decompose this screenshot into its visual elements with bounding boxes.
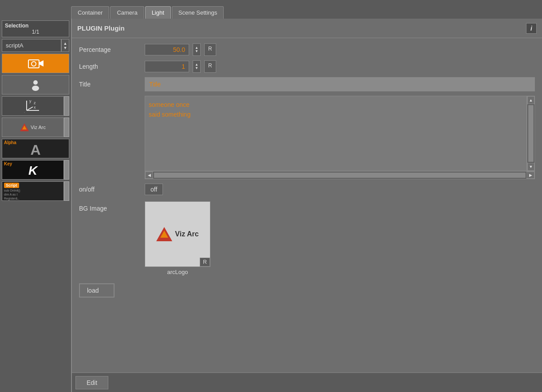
svg-line-7 (27, 107, 33, 110)
camera-icon-btn[interactable] (2, 54, 69, 73)
viz-arc-icon-btn[interactable]: Viz Arc (2, 118, 64, 137)
svg-point-3 (33, 80, 38, 85)
bg-image-filename: arcLogo (167, 269, 188, 275)
onoff-button[interactable]: off (145, 184, 163, 195)
bg-image-preview: Viz Arc R (145, 201, 210, 267)
length-reset-btn[interactable]: R (204, 60, 216, 73)
svg-text:y: y (29, 99, 32, 103)
load-button[interactable]: load (79, 283, 115, 298)
tab-camera[interactable]: Camera (110, 6, 144, 19)
text-content-area[interactable]: someone once said something (145, 96, 527, 171)
alpha-badge: Alpha (4, 140, 16, 145)
bg-image-name-text: Viz Arc (175, 230, 198, 238)
length-label: Length (79, 63, 141, 70)
percentage-reset-btn[interactable]: R (204, 43, 216, 56)
script-scroll[interactable] (64, 181, 69, 201)
selection-label: Selection (5, 23, 66, 29)
length-input[interactable] (145, 61, 189, 72)
title-input[interactable] (145, 77, 535, 91)
text-scroll-up[interactable]: ▲ (527, 96, 534, 104)
tab-scene-settings[interactable]: Scene Settings (172, 6, 224, 19)
viz-arc-scroll[interactable] (64, 118, 69, 137)
text-scroll-left[interactable]: ◀ (145, 172, 153, 179)
person-icon-btn[interactable] (2, 75, 69, 94)
script-icon-btn[interactable]: Script sub OnInit()dim A as IRegister&..… (2, 181, 64, 201)
script-lines: sub OnInit()dim A as IRegister&..end sub (4, 188, 20, 201)
key-scroll[interactable] (64, 160, 69, 180)
key-icon-btn[interactable]: Key K (2, 160, 64, 180)
svg-text:z: z (34, 101, 36, 105)
text-scroll-thumb[interactable] (528, 105, 534, 162)
edit-button[interactable]: Edit (75, 376, 108, 389)
text-scroll-down[interactable]: ▼ (527, 163, 534, 171)
plugin-title: PLUGIN Plugin (77, 24, 125, 32)
svg-text:-: - (24, 110, 25, 114)
selection-count: 1/1 (5, 29, 66, 35)
bg-image-label: BG Image (79, 201, 141, 212)
axes-scroll[interactable] (64, 96, 69, 116)
alpha-icon-btn[interactable]: Alpha A (2, 139, 69, 158)
bg-image-reset-btn[interactable]: R (200, 258, 210, 267)
info-button[interactable]: i (526, 23, 537, 34)
length-spinner[interactable]: ▲ ▼ (193, 60, 201, 73)
percentage-input[interactable] (145, 44, 189, 55)
length-down-arrow: ▼ (195, 67, 198, 70)
script-badge: Script (4, 183, 19, 188)
tab-container[interactable]: Container (71, 6, 109, 19)
svg-point-2 (32, 62, 36, 66)
script-label: scriptA (2, 39, 61, 52)
viz-arc-label: Viz Arc (31, 125, 46, 130)
svg-rect-0 (28, 60, 39, 68)
onoff-label: on/off (79, 186, 141, 193)
alpha-a-letter: A (30, 142, 40, 158)
percentage-label: Percentage (79, 46, 141, 53)
svg-marker-1 (39, 60, 44, 67)
axes-svg: x y z - (23, 98, 43, 114)
key-k-letter: K (28, 164, 37, 178)
camera-svg (27, 57, 44, 70)
svg-point-4 (32, 86, 39, 91)
title-label: Title (79, 81, 141, 88)
key-badge: Key (4, 161, 12, 166)
text-hscroll-thumb[interactable] (154, 172, 526, 178)
percentage-spinner[interactable]: ▲ ▼ (193, 43, 201, 56)
text-scroll-right[interactable]: ▶ (526, 172, 534, 179)
script-scroll-arrow[interactable]: ▲ ▼ (61, 39, 69, 52)
percentage-down-arrow: ▼ (195, 50, 198, 53)
svg-text:x: x (34, 105, 36, 110)
axes-icon-btn[interactable]: x y z - (2, 96, 64, 116)
person-svg (29, 78, 42, 91)
tab-light[interactable]: Light (145, 6, 171, 19)
